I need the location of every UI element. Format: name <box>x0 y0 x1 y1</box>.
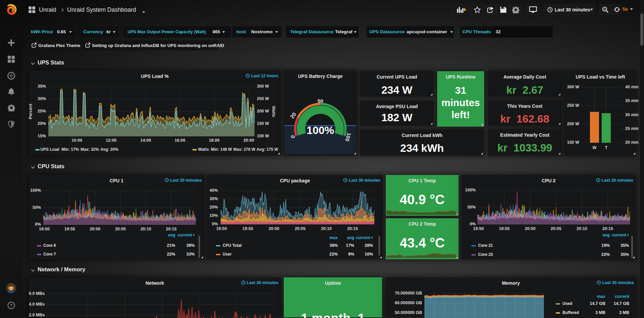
svg-text:50: 50 <box>317 98 323 104</box>
svg-text:?: ? <box>10 303 13 308</box>
svg-text:20: 20 <box>289 111 297 120</box>
